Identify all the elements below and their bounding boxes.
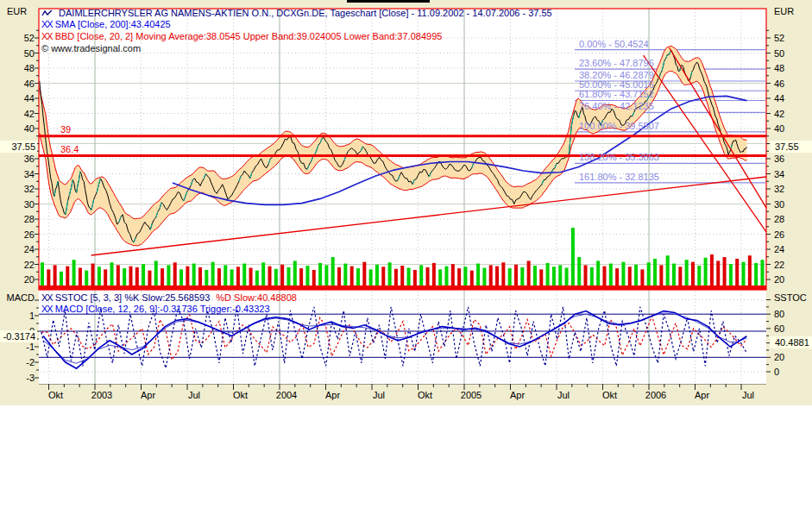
y-axis-label: 46 xyxy=(0,78,35,89)
sstoc-axis-label: 80 xyxy=(774,309,784,319)
window-artifact xyxy=(347,0,430,3)
y-axis-label: 50 xyxy=(774,48,784,59)
y-axis-label: 26 xyxy=(774,229,784,240)
y-axis-label: 36 xyxy=(774,154,784,164)
y-axis-label: 20 xyxy=(774,274,784,285)
sma-legend: SMA [Close, 200]:43.40425 xyxy=(55,19,171,29)
y-axis-label: 40 xyxy=(774,123,784,134)
price-level-label: 36.4 xyxy=(60,144,79,154)
sstoc-legend-k: SSTOC [5, 3, 3] %K Slow:25.568593 xyxy=(55,292,211,303)
sma-legend-row[interactable]: XXSMA [Close, 200]:43.40425 xyxy=(41,19,171,29)
current-macd-label: -0.3174 xyxy=(0,330,37,342)
x-axis-label: Apr xyxy=(325,390,340,400)
line-chart-icon xyxy=(41,8,55,18)
sstoc-axis-label: 20 xyxy=(774,352,784,362)
y-axis-label: 44 xyxy=(774,93,784,104)
y-axis-label: 28 xyxy=(0,214,35,224)
x-axis-label: 2006 xyxy=(645,390,666,400)
macd-indicator-icon: XX xyxy=(41,304,53,314)
x-axis-label: Jul xyxy=(557,390,570,400)
y-axis-label: 24 xyxy=(0,244,35,254)
y-axis-label: 32 xyxy=(774,184,784,194)
y-axis-label: 50 xyxy=(0,48,35,59)
right-axis-unit-label: EUR xyxy=(774,6,794,16)
fib-level-label: 138.20% - 35.3863 xyxy=(579,152,659,162)
y-axis-label: 30 xyxy=(0,199,35,210)
current-price-label-left: 37.55 xyxy=(0,141,37,153)
fib-level-label: 50.00% - 45.0016 xyxy=(579,79,654,90)
price-level-label: 39 xyxy=(60,124,71,135)
y-axis-label: 42 xyxy=(774,109,784,119)
tradesignal-chart-window: 0.00% - 50.452423.60% - 47.879638.20% - … xyxy=(0,0,812,527)
macd-axis-label: -2 xyxy=(0,357,35,367)
current-price-label-right: 37.55 xyxy=(770,141,812,153)
x-axis-label: Apr xyxy=(695,390,709,400)
sstoc-axis-label: 0 xyxy=(774,367,779,377)
macd-axis-label: 1 xyxy=(0,311,35,321)
fib-level-label: 76.40% - 42.1235 xyxy=(579,101,654,111)
macd-axis-label: -1 xyxy=(0,342,35,352)
y-axis-label: 52 xyxy=(0,33,35,43)
macd-legend: MACD [Close, 12, 26, 9]:-0.31736 Trigger… xyxy=(55,304,270,314)
x-axis-label: 2004 xyxy=(276,390,297,400)
y-axis-label: 20 xyxy=(0,274,35,285)
y-axis-label: 26 xyxy=(0,229,35,240)
bbd-legend-row[interactable]: XXBBD [Close, 20, 2] Moving Average:38.0… xyxy=(41,31,442,41)
y-axis-label: 22 xyxy=(774,260,784,270)
fib-level-label: 61.80% - 43.7152 xyxy=(579,89,654,99)
y-axis-label: 44 xyxy=(0,93,35,104)
macd-panel-label: MACD xyxy=(0,292,35,303)
y-axis-label: 34 xyxy=(774,169,784,179)
y-axis-label: 36 xyxy=(0,154,35,164)
y-axis-label: 48 xyxy=(774,63,784,73)
x-axis-label: Okt xyxy=(233,390,248,400)
sstoc-axis-label: 60 xyxy=(774,323,784,334)
macd-axis-label: -3 xyxy=(0,373,35,383)
y-axis-label: 32 xyxy=(0,184,35,194)
x-axis-label: Okt xyxy=(48,390,63,400)
y-axis-label: 24 xyxy=(774,244,784,254)
fib-level-label: 161.80% - 32.8135 xyxy=(579,172,659,182)
x-axis-label: Jul xyxy=(742,390,754,400)
y-axis-label: 40 xyxy=(0,123,35,134)
x-axis-label: 2005 xyxy=(461,390,482,400)
x-axis-label: Apr xyxy=(510,390,525,400)
sstoc-legend-row[interactable]: XXSSTOC [5, 3, 3] %K Slow:25.568593 %D S… xyxy=(41,292,297,303)
sma-indicator-icon: XX xyxy=(41,19,53,29)
macd-legend-row[interactable]: XXMACD [Close, 12, 26, 9]:-0.31736 Trigg… xyxy=(41,304,270,314)
left-axis-unit-label: EUR xyxy=(7,6,27,16)
chart-title-row: DAIMLERCHRYSLER AG NAMENS-AKTIEN O.N., D… xyxy=(41,8,552,18)
bbd-legend: BBD [Close, 20, 2] Moving Average:38.054… xyxy=(55,31,443,41)
bbd-indicator-icon: XX xyxy=(41,31,53,41)
copyright-label: © www.tradesignal.com xyxy=(41,43,141,53)
current-sstoc-label: 40.4881 xyxy=(770,336,812,348)
x-axis-label: Apr xyxy=(141,390,155,400)
x-axis-label: 2003 xyxy=(91,390,112,400)
sstoc-panel-label: SSTOC xyxy=(774,292,807,303)
y-axis-label: 30 xyxy=(774,199,784,210)
fib-level-label: 100.00% - 39.5507 xyxy=(579,121,659,131)
sstoc-indicator-icon: XX xyxy=(41,292,53,303)
sstoc-legend-d: %D Slow:40.48808 xyxy=(216,292,297,303)
x-axis-label: Jul xyxy=(373,390,385,400)
chart-area: 0.00% - 50.452423.60% - 47.879638.20% - … xyxy=(0,0,812,405)
y-axis-label: 22 xyxy=(0,260,35,270)
y-axis-label: 34 xyxy=(0,169,35,179)
fib-level-label: 23.60% - 47.8796 xyxy=(579,58,654,68)
main-price-panel[interactable] xyxy=(39,9,766,291)
y-axis-label: 48 xyxy=(0,63,35,73)
y-axis-label: 46 xyxy=(774,78,784,89)
x-axis-label: Okt xyxy=(602,390,617,400)
chart-title: DAIMLERCHRYSLER AG NAMENS-AKTIEN O.N., D… xyxy=(59,8,552,18)
x-axis-label: Okt xyxy=(418,390,432,400)
y-axis-label: 42 xyxy=(0,109,35,119)
y-axis-label: 28 xyxy=(774,214,784,224)
y-axis-label: 52 xyxy=(774,33,784,43)
fib-level-label: 0.00% - 50.4524 xyxy=(579,39,649,49)
fib-level-label: 38.20% - 46.2879 xyxy=(579,70,654,80)
x-axis-label: Jul xyxy=(188,390,200,400)
